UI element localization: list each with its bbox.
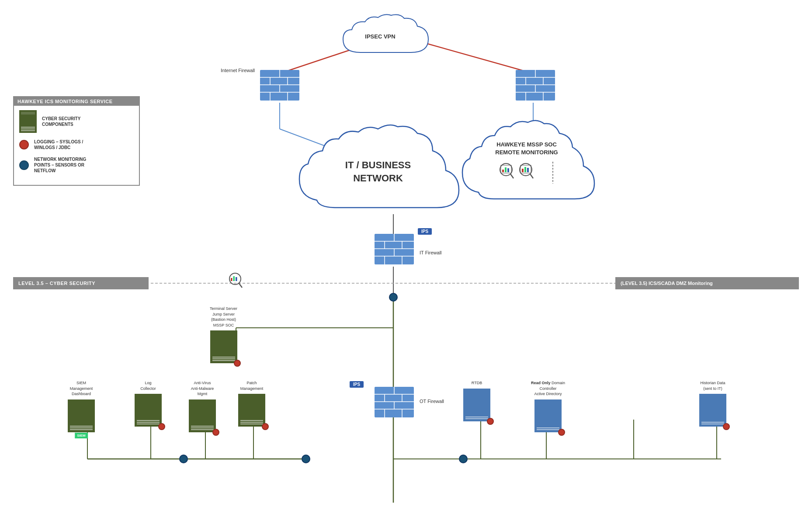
internet-firewall-label: Internet Firewall [221,68,255,73]
cloud-mssp-soc: HAWKEYE MSSP SOC REMOTE MONITORING [459,116,599,218]
svg-text:HAWKEYE MSSP SOC: HAWKEYE MSSP SOC [496,141,557,148]
svg-rect-56 [505,167,507,172]
internet-firewall [258,68,302,104]
antivirus-component: Anti-VirusAnti-MalwareMgmt [189,380,216,432]
rtdb-component: RTDB [463,380,490,421]
svg-rect-62 [524,167,526,172]
network-dot-icon [19,160,29,170]
cloud-it-business: IT / BUSINESS NETWORK [297,122,463,229]
svg-text:NETWORK: NETWORK [353,173,403,184]
historian-data-component: Historian Data(sent to IT) [699,380,726,427]
legend-item-cyber: CYBER SECURITYCOMPONENTS [19,110,134,133]
legend-item-network: NETWORK MONITORINGPOINTS – SENSORS ORNET… [19,156,134,174]
svg-rect-57 [507,168,509,172]
it-firewall [372,232,416,268]
ips-badge-top: IPS [418,228,432,235]
svg-line-80 [239,283,242,288]
svg-point-16 [459,455,467,463]
ot-firewall-label: OT Firewall [420,399,444,404]
log-dot-icon [19,140,29,149]
cyber-component-icon [19,110,37,133]
log-collector-component: LogCollector [135,380,162,427]
svg-point-14 [302,455,310,463]
it-firewall-label: IT Firewall [420,250,442,255]
ips-badge-bottom: IPS [350,381,364,388]
svg-text:REMOTE MONITORING: REMOTE MONITORING [495,149,558,156]
magnify-icon-level [227,272,245,295]
legend-cyber-label: CYBER SECURITYCOMPONENTS [42,116,80,127]
legend-item-logging: LOGGING – SYSLOGS /WINLOGS / JDBC [19,139,134,150]
right-firewall [514,68,557,104]
legend-title: HAWKEYE ICS MONITORING SERVICE [14,97,139,106]
cloud-ipsec-vpn: IPSEC VPN [323,13,437,67]
legend-logging-label: LOGGING – SYSLOGS /WINLOGS / JDBC [34,139,83,150]
svg-rect-78 [233,276,235,281]
svg-text:IPSEC VPN: IPSEC VPN [365,33,395,40]
diagram-container: IPSEC VPN Internet Firewall [0,0,812,521]
svg-rect-77 [231,278,232,281]
patch-mgmt-component: PatchManagement [238,380,265,427]
svg-rect-63 [527,168,529,172]
svg-rect-61 [522,169,524,172]
svg-text:IT / BUSINESS: IT / BUSINESS [345,160,411,170]
legend-network-label: NETWORK MONITORINGPOINTS – SENSORS ORNET… [34,156,86,174]
terminal-server-component: Terminal ServerJump Server(Bastion Host)… [210,306,237,363]
level-bar-right: (LEVEL 3.5) ICS/SCADA DMZ Monitoring [615,277,799,289]
siem-server-component: SIEMManagementDashboard SIEM [68,380,95,432]
svg-point-10 [389,293,397,301]
domain-controller-component: Read Only DomainControllerActive Directo… [531,380,565,432]
legend-box: HAWKEYE ICS MONITORING SERVICE CYBER SEC… [13,96,140,186]
level-bar-left: LEVEL 3.5 – CYBER SECURITY [13,277,149,289]
svg-point-13 [180,455,187,463]
svg-rect-55 [502,170,504,172]
svg-rect-79 [236,277,237,281]
ot-firewall [372,385,416,421]
